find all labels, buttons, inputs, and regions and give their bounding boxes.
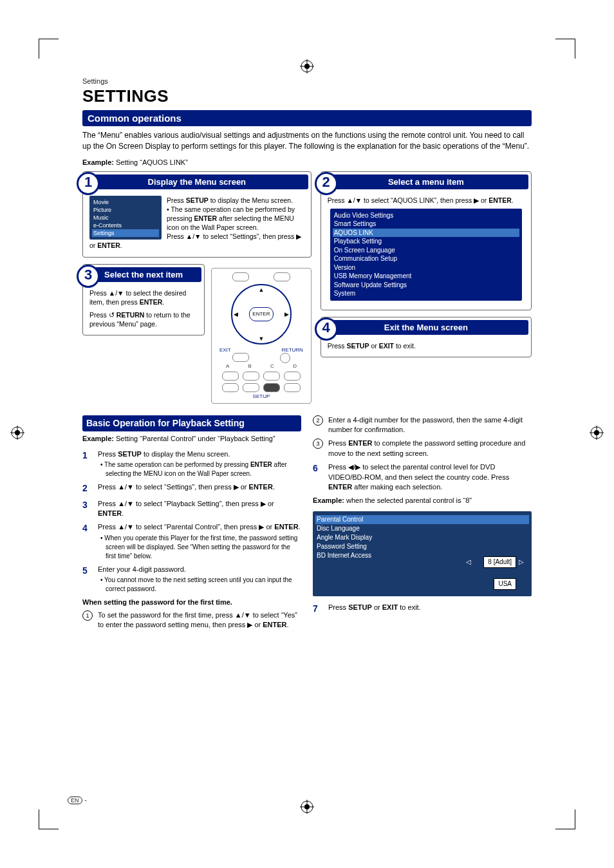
step-3-box: 3 Select the next item Press ▲/▼ to sele… [82, 264, 205, 336]
color-button [263, 372, 280, 381]
menu-item: Playback Setting [334, 237, 518, 246]
menu-item: e-Contents [93, 222, 158, 229]
registration-mark [10, 426, 24, 442]
step-1-number: 1 [77, 172, 100, 195]
step-3-line: Press ↺ RETURN to return to the previous… [89, 310, 198, 328]
step-text: Press SETUP to display the Menu screen. [98, 450, 230, 458]
remote-button [232, 272, 249, 281]
step-number: 4 [82, 522, 93, 560]
step-2-box: 2 Select a menu item Press ▲/▼ to select… [321, 171, 532, 310]
playback-steps-right: 6 Press ◀/▶ to select the parental contr… [313, 462, 532, 492]
step-3-title: Select the next item [104, 270, 183, 279]
step-text: Enter your 4-digit password. [98, 565, 186, 573]
section-header-common-operations: Common operations [82, 110, 532, 126]
step-4-number: 4 [315, 317, 338, 341]
language-badge: EN [68, 797, 82, 804]
left-menu-panel: Movie Picture Music e-Contents Settings [89, 196, 162, 240]
circled-3-icon: 3 [313, 439, 323, 449]
step-3-number: 3 [77, 265, 100, 288]
footer-dash: - [85, 797, 87, 804]
country-code-value: USA [494, 578, 516, 590]
step-2-header: 2 Select a menu item [324, 175, 528, 189]
registration-mark [300, 800, 314, 816]
right-arrow-icon: ▷ [519, 558, 524, 567]
page-footer: EN- [68, 797, 87, 804]
circled-1-icon: 1 [82, 610, 93, 621]
menu-item: System [334, 289, 518, 298]
color-button [243, 372, 259, 381]
menu-item: On Screen Language [334, 246, 518, 255]
breadcrumb: Settings [82, 77, 532, 85]
registration-mark [300, 59, 314, 76]
step-sub: • You cannot move to the next setting sc… [98, 576, 301, 594]
up-arrow-icon: ▲ [258, 287, 264, 293]
color-button [284, 372, 301, 381]
remote-button [284, 383, 301, 392]
parental-level-value: 8 [Adult] [483, 556, 516, 568]
circled-2-icon: 2 [313, 415, 323, 426]
menu-item: Smart Settings [334, 220, 518, 229]
step-3-line: Press ▲/▼ to select the desired item, th… [89, 288, 198, 307]
right-step-3: Press ENTER to complete the password set… [328, 439, 532, 458]
example-line-3: Example: when the selected parental cont… [313, 496, 532, 505]
abcd-label: D [293, 363, 297, 369]
svg-point-7 [304, 804, 310, 809]
step-sub: • When you operate this Player for the f… [98, 534, 301, 561]
registration-mark [590, 426, 604, 442]
step-text: Press ▲/▼ to select “Playback Setting”, … [98, 499, 301, 519]
left-arrow-icon: ◁ [466, 558, 471, 567]
menu-item-selected: Settings [92, 229, 159, 237]
step-4-title: Exit the Menu screen [384, 323, 468, 332]
return-label: RETURN [282, 347, 303, 353]
step-2-number: 2 [315, 172, 338, 195]
color-button [222, 372, 239, 381]
menu-item: Communication Setup [334, 254, 518, 263]
step-text: Press ▲/▼ to select “Parental Control”, … [98, 523, 301, 531]
menu-item: Audio Video Settings [334, 211, 518, 220]
step-3-header: 3 Select the next item [86, 267, 201, 282]
menu-item: Movie [93, 198, 158, 206]
menu-item: Version [334, 263, 518, 272]
menu-item: Angle Mark Display [317, 533, 528, 542]
svg-point-15 [594, 430, 599, 435]
playback-setting-panel: Parental Control Disc Language Angle Mar… [313, 511, 532, 596]
first-time-text: To set the password for the first time, … [98, 610, 301, 630]
step-2-title: Select a menu item [388, 177, 464, 187]
page-title: SETTINGS [82, 86, 532, 106]
playback-steps-right-2: 7 Press SETUP or EXIT to exit. [313, 603, 532, 616]
step-4-text: Press SETUP or EXIT to exit. [328, 341, 525, 350]
right-step-2: Enter a 4-digit number for the password,… [328, 415, 532, 435]
intro-text: The “Menu” enables various audio/visual … [82, 130, 532, 152]
example-label: Example: [313, 496, 344, 504]
menu-item: Picture [93, 206, 158, 214]
step-1-title: Display the Menu screen [148, 177, 246, 187]
menu-item: USB Memory Management [334, 272, 518, 281]
step-number: 6 [313, 462, 323, 492]
example-line-2: Example: Setting “Parental Control” unde… [82, 434, 301, 444]
step-number: 2 [82, 482, 93, 495]
remote-button [243, 383, 259, 392]
enter-button: ENTER [249, 307, 274, 321]
menu-item: Music [93, 214, 158, 222]
abcd-label: B [248, 363, 252, 369]
menu-item-selected: Parental Control [315, 515, 529, 524]
step-number: 3 [82, 499, 93, 519]
step-number: 7 [313, 603, 323, 616]
remote-button [222, 383, 239, 392]
step-text: Press ▲/▼ to select “Settings”, then pre… [98, 482, 301, 495]
down-arrow-icon: ▼ [258, 335, 264, 342]
example-line: Example: Setting “AQUOS LINK” [82, 158, 532, 166]
example-text: Setting “AQUOS LINK” [114, 158, 188, 166]
abcd-label: A [226, 363, 229, 369]
abcd-label: C [270, 363, 274, 369]
example-label: Example: [82, 158, 114, 166]
right-arrow-icon: ▶ [284, 311, 289, 317]
exit-label: EXIT [219, 347, 231, 353]
exit-button [232, 353, 249, 362]
return-button [280, 353, 290, 363]
menu-item: Disc Language [317, 524, 528, 533]
step-number: 1 [82, 449, 93, 478]
step-4-box: 4 Exit the Menu screen Press SETUP or EX… [321, 317, 532, 357]
settings-menu-panel: Audio Video Settings Smart Settings AQUO… [330, 209, 522, 301]
dpad: ▲ ▼ ◀ ▶ ENTER [231, 284, 292, 344]
